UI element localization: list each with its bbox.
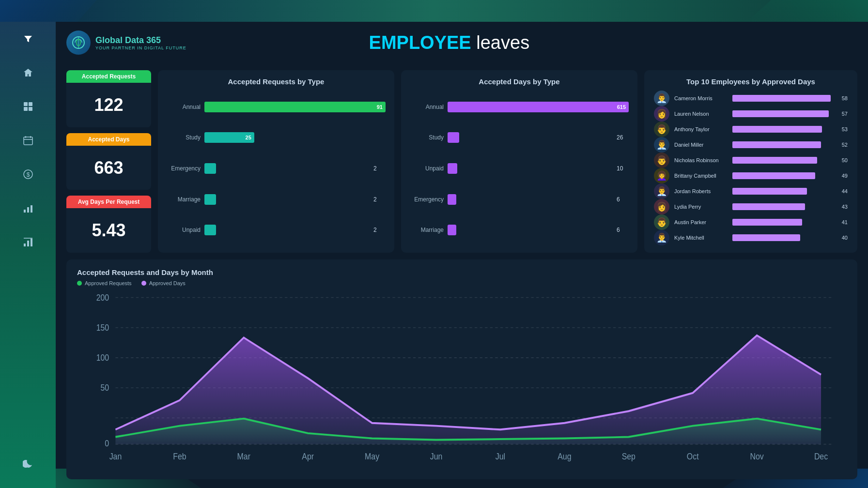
svg-text:0: 0 bbox=[105, 438, 109, 449]
svg-rect-14 bbox=[27, 241, 29, 246]
legend-dot-requests bbox=[77, 281, 82, 286]
days-bar-value-marriage: 6 bbox=[617, 227, 629, 233]
days-by-type-chart: Annual 615 Study 26 Unpaid bbox=[410, 92, 629, 245]
bar-row-marriage: Marriage 2 bbox=[167, 194, 386, 205]
bar-track-emergency bbox=[204, 163, 367, 174]
top10-track-cameron bbox=[732, 95, 831, 102]
sidebar-icon-dollar[interactable]: $ bbox=[18, 165, 38, 184]
svg-text:Sep: Sep bbox=[622, 451, 636, 461]
stat-cards: Accepted Requests 122 Accepted Days 663 … bbox=[66, 70, 151, 253]
top10-name-kyle: Kyle Mitchell bbox=[674, 235, 728, 241]
avatar-nicholas: 👨 bbox=[654, 152, 669, 168]
stat-card-accepted-requests-label: Accepted Requests bbox=[66, 70, 151, 83]
top10-value-brittany: 49 bbox=[836, 173, 848, 179]
svg-text:Jan: Jan bbox=[109, 451, 122, 461]
avatar-lauren: 👩 bbox=[654, 106, 669, 122]
svg-rect-15 bbox=[31, 239, 32, 246]
svg-text:Nov: Nov bbox=[750, 451, 764, 461]
days-bar-fill-annual: 615 bbox=[448, 102, 629, 112]
page-title-rest: leaves bbox=[476, 32, 529, 53]
sidebar-bottom bbox=[0, 454, 56, 473]
svg-rect-3 bbox=[29, 107, 32, 111]
days-bar-label-emergency: Emergency bbox=[410, 196, 444, 203]
line-chart-panel: Accepted Requests and Days by Month Appr… bbox=[66, 259, 857, 479]
top10-bar-lydia bbox=[732, 203, 805, 210]
sidebar: $ bbox=[0, 0, 56, 488]
days-bar-label-unpaid: Unpaid bbox=[410, 165, 444, 172]
stat-card-avg-days: Avg Days Per Request 5.43 bbox=[66, 196, 151, 253]
legend-label-requests: Approved Requests bbox=[85, 280, 132, 286]
bottom-row: Accepted Requests and Days by Month Appr… bbox=[66, 259, 857, 479]
avatar-lydia: 👩 bbox=[654, 199, 669, 214]
avatar-brittany: 👩‍🦱 bbox=[654, 168, 669, 183]
avatar-kyle: 👨‍💼 bbox=[654, 230, 669, 245]
sidebar-icon-moon[interactable] bbox=[18, 454, 38, 473]
logo-icon bbox=[66, 30, 91, 55]
top10-value-anthony: 53 bbox=[836, 126, 848, 132]
top10-row-5: 👩‍🦱 Brittany Campbell 49 bbox=[654, 168, 848, 183]
days-bar-track-marriage bbox=[448, 225, 610, 235]
bar-label-annual: Annual bbox=[167, 104, 201, 110]
top10-track-daniel bbox=[732, 141, 831, 148]
page-title: EMPLOYEE leaves bbox=[186, 32, 712, 53]
bar-label-marriage: Marriage bbox=[167, 196, 201, 203]
bar-fill-annual: 91 bbox=[204, 102, 386, 112]
top10-bar-lauren bbox=[732, 110, 829, 117]
logo-area: Global Data 365 YOUR PARTNER IN DIGITAL … bbox=[66, 30, 186, 55]
line-chart-svg: 200 150 100 50 0 Jan Feb Mar bbox=[77, 290, 847, 471]
svg-rect-4 bbox=[24, 137, 32, 145]
top10-value-daniel: 52 bbox=[836, 142, 848, 148]
days-bar-track-study bbox=[448, 132, 610, 143]
top10-name-nicholas: Nicholas Robinson bbox=[674, 157, 728, 163]
svg-rect-2 bbox=[24, 107, 28, 111]
svg-text:Feb: Feb bbox=[173, 451, 186, 461]
top10-row-2: 👨 Anthony Taylor 53 bbox=[654, 122, 848, 137]
top10-name-austin: Austin Parker bbox=[674, 219, 728, 225]
top10-value-cameron: 58 bbox=[836, 95, 848, 101]
bar-track-unpaid bbox=[204, 225, 367, 235]
sidebar-icon-calendar[interactable] bbox=[18, 131, 38, 150]
sidebar-icon-chart[interactable] bbox=[18, 198, 38, 218]
top10-bar-daniel bbox=[732, 141, 821, 148]
top10-row-4: 👨 Nicholas Robinson 50 bbox=[654, 152, 848, 168]
top10-track-anthony bbox=[732, 126, 831, 133]
top10-name-lydia: Lydia Perry bbox=[674, 204, 728, 210]
top10-row-1: 👩 Lauren Nelson 57 bbox=[654, 106, 848, 122]
line-chart-area: 200 150 100 50 0 Jan Feb Mar bbox=[77, 290, 847, 471]
stat-card-accepted-requests: Accepted Requests 122 bbox=[66, 70, 151, 127]
top10-track-jordan bbox=[732, 188, 831, 195]
svg-rect-10 bbox=[24, 210, 26, 213]
svg-rect-13 bbox=[24, 244, 26, 246]
sidebar-icon-filter[interactable] bbox=[18, 29, 38, 48]
stat-card-avg-days-label: Avg Days Per Request bbox=[66, 196, 151, 208]
stat-card-accepted-requests-value: 122 bbox=[66, 83, 151, 127]
stat-card-avg-days-value: 5.43 bbox=[66, 208, 151, 253]
avatar-anthony: 👨 bbox=[654, 122, 669, 137]
header: Global Data 365 YOUR PARTNER IN DIGITAL … bbox=[66, 30, 857, 55]
bar-track-annual: 91 bbox=[204, 102, 386, 112]
svg-text:Jul: Jul bbox=[496, 451, 505, 461]
top10-value-jordan: 44 bbox=[836, 188, 848, 194]
top10-name-anthony: Anthony Taylor bbox=[674, 126, 728, 132]
top10-title: Top 10 Employees by Approved Days bbox=[654, 77, 848, 86]
sidebar-icon-home[interactable] bbox=[18, 63, 38, 82]
days-bar-track-unpaid bbox=[448, 163, 610, 174]
days-by-type-title: Accepted Days by Type bbox=[410, 77, 629, 86]
svg-text:Jun: Jun bbox=[430, 451, 443, 461]
sidebar-icon-report[interactable] bbox=[18, 232, 38, 252]
bar-track-marriage bbox=[204, 194, 367, 205]
svg-text:May: May bbox=[365, 451, 379, 461]
top10-name-daniel: Daniel Miller bbox=[674, 142, 728, 148]
avatar-austin: 👨 bbox=[654, 214, 669, 230]
sidebar-icon-grid[interactable] bbox=[18, 97, 38, 116]
svg-text:Oct: Oct bbox=[687, 451, 699, 461]
svg-text:Dec: Dec bbox=[814, 451, 828, 461]
top10-value-kyle: 40 bbox=[836, 235, 848, 241]
top10-track-lauren bbox=[732, 110, 831, 117]
bar-value-unpaid: 2 bbox=[373, 227, 386, 233]
days-bar-row-unpaid: Unpaid 10 bbox=[410, 163, 629, 174]
logo-tagline: YOUR PARTNER IN DIGITAL FUTURE bbox=[95, 46, 186, 50]
logo-name: Global Data 365 bbox=[95, 35, 186, 46]
top10-panel: Top 10 Employees by Approved Days 👨‍💼 Ca… bbox=[644, 70, 857, 253]
top10-track-nicholas bbox=[732, 157, 831, 164]
